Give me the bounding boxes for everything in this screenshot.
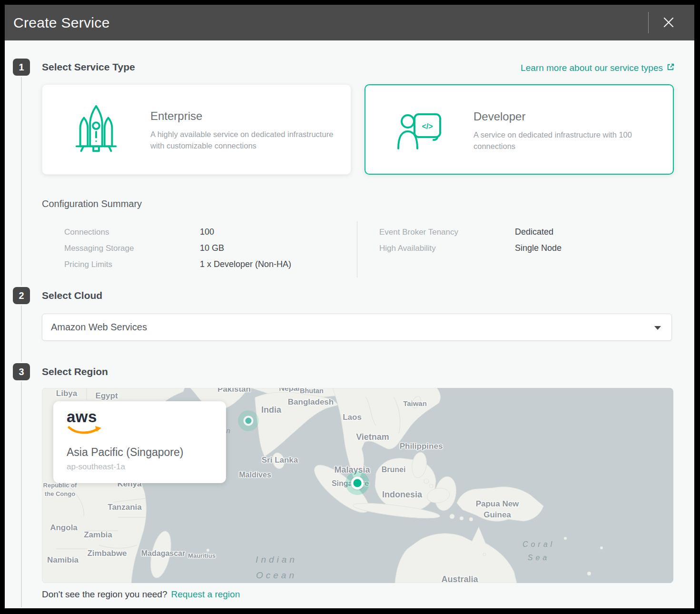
map-label: Bhutan [300,388,324,396]
map-label: Papua New Guinea [476,499,519,521]
map-label: Pakistan [217,388,251,395]
map-label: Laos [343,412,362,423]
region-map[interactable]: LibyaEgyptSaudi ArabiaPakistanNepalBhuta… [42,388,673,583]
map-label: Taiwan [403,399,427,408]
map-label: Bangladesh [288,397,334,408]
service-type-card-developer[interactable]: </> Developer A service on dedicated inf… [365,84,674,175]
map-label: Libya [56,388,77,399]
summary-divider [357,221,357,277]
map-label: Vietnam [356,431,389,443]
chevron-down-icon [654,326,661,330]
developer-icon: </> [393,85,445,174]
map-label: Philippines [400,441,443,452]
map-label: Coral Sea [523,538,555,564]
aws-swoosh-icon [68,425,103,438]
service-type-name: Developer [473,110,525,123]
map-label: Brunei [382,465,406,475]
close-icon [662,23,675,30]
cloud-select-value: Amazon Web Services [51,314,147,340]
summary-label: High Availability [379,244,436,253]
map-label: Sri Lanka [262,455,298,466]
summary-label: Event Broker Tenancy [379,228,458,237]
map-label: Australia [441,574,478,583]
map-label: Mauritius [188,552,216,560]
map-label: Zimbabwe [87,548,127,559]
summary-label: Messaging Storage [64,244,134,253]
map-label: Egypt [95,391,118,402]
summary-label: Connections [64,228,109,237]
map-label: Maldives [239,470,271,480]
step-connector [21,382,22,607]
service-type-description: A service on dedicated infrastructure wi… [473,129,657,152]
configuration-summary-title: Configuration Summary [42,198,142,209]
step-title-select-region: Select Region [42,366,108,377]
learn-more-link[interactable]: Learn more about our service types [521,62,675,74]
summary-label: Pricing Limits [64,260,112,269]
aws-logo: aws [67,408,97,426]
external-link-icon [666,62,675,74]
summary-value: 10 GB [200,243,224,253]
dialog-header: Create Service [5,5,694,40]
map-label: Zambia [84,530,112,541]
svg-text:</>: </> [422,122,433,130]
step-connector [21,77,22,286]
rocket-icon [70,85,122,174]
map-label: Nepal [279,388,300,394]
region-card[interactable]: aws Asia Pacific (Singapore) ap-southeas… [53,401,226,483]
create-service-dialog: Create Service 1 2 3 Select Service Type… [5,5,694,608]
map-label: Republic of the Congo [43,481,77,498]
service-type-card-enterprise[interactable]: Enterprise A highly available service on… [42,84,351,175]
map-marker-singapore[interactable] [345,471,369,495]
step-connector [21,306,22,362]
map-label: Tanzania [108,502,141,513]
map-label: India [261,404,281,416]
step-title-select-cloud: Select Cloud [42,290,102,301]
summary-value: 100 [200,227,214,237]
map-label: Angola [50,523,78,534]
close-button[interactable] [659,13,679,33]
service-type-name: Enterprise [150,109,202,123]
learn-more-label: Learn more about our service types [521,63,663,73]
dialog-title: Create Service [13,5,110,40]
step-badge-2: 2 [13,287,30,304]
step-badge-1: 1 [13,59,30,76]
header-divider [648,12,649,33]
map-label: Namibia [47,555,79,566]
footer-text: Don't see the region you need? [42,589,168,599]
step-badge-3: 3 [13,363,30,380]
request-region-link[interactable]: Request a region [171,589,240,599]
step-title-select-service-type: Select Service Type [42,61,135,73]
map-label: Indian Ocean [256,552,297,583]
map-label: Madagascar [141,548,186,559]
summary-value: Dedicated [515,227,553,237]
region-name: Asia Pacific (Singapore) [67,446,183,459]
summary-value: Single Node [515,243,562,253]
cloud-select[interactable]: Amazon Web Services [42,314,672,341]
map-marker-mumbai[interactable] [238,410,259,431]
summary-value: 1 x Developer (Non-HA) [200,259,291,269]
service-type-description: A highly available service on dedicated … [150,129,334,151]
region-zone: ap-southeast-1a [67,462,125,472]
map-label: Indonesia [382,489,422,500]
